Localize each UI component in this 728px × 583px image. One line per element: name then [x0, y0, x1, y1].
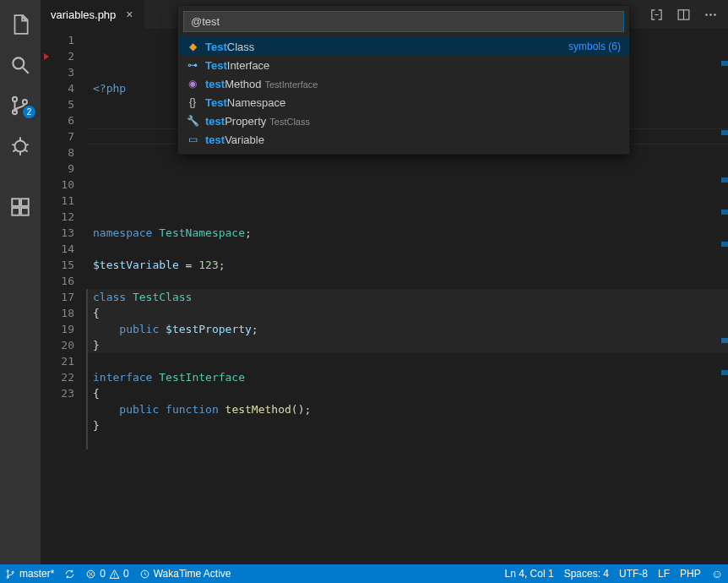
line-number: 1: [41, 32, 86, 48]
code-line[interactable]: {: [86, 385, 728, 401]
line-number: 19: [41, 321, 86, 337]
svg-point-5: [15, 141, 26, 152]
svg-point-21: [7, 569, 8, 571]
line-number: 20: [41, 337, 86, 353]
code-line[interactable]: {: [86, 305, 728, 321]
line-number: 6: [41, 112, 86, 128]
status-language[interactable]: PHP: [675, 564, 706, 583]
code-line[interactable]: [86, 241, 728, 257]
symbol-picker-input[interactable]: [183, 11, 624, 32]
property-icon: 🔧: [187, 115, 198, 127]
split-editor-button[interactable]: [676, 7, 691, 22]
bug-icon: [9, 135, 31, 157]
open-changes-button[interactable]: [649, 7, 664, 22]
symbol-picker-item[interactable]: {}TestNamespace: [178, 93, 629, 112]
status-sync[interactable]: [59, 564, 80, 583]
symbol-label: TestClass: [205, 41, 562, 53]
encoding-label: UTF-8: [619, 568, 648, 580]
code-line[interactable]: }: [86, 417, 728, 433]
warnings-count: 0: [123, 568, 129, 580]
line-number: 5: [41, 96, 86, 112]
line-number: 23: [41, 385, 86, 401]
svg-point-0: [13, 57, 24, 68]
scm-badge: 2: [23, 106, 35, 118]
line-number: 15: [41, 257, 86, 273]
tab-close-button[interactable]: ×: [122, 8, 136, 21]
code-line[interactable]: namespace TestNamespace;: [86, 225, 728, 241]
code-line[interactable]: [86, 177, 728, 193]
status-bar: master* 0 0 WakaTime Active Ln 4, Col 1 …: [0, 564, 728, 583]
status-eol[interactable]: LF: [653, 564, 675, 583]
svg-point-4: [23, 100, 27, 104]
line-number: 16: [41, 273, 86, 289]
split-icon: [676, 8, 691, 22]
line-number: 22: [41, 369, 86, 385]
symbol-picker-list: ◆TestClasssymbols (6)⊶TestInterface◉test…: [178, 37, 629, 154]
symbol-count: symbols (6): [568, 41, 621, 52]
activity-explorer[interactable]: [0, 7, 41, 42]
line-numbers: 1234567891011121314151617181920212223: [41, 29, 86, 564]
tab-variables-php[interactable]: variables.php ×: [41, 0, 145, 29]
sync-icon: [64, 569, 75, 580]
svg-rect-15: [21, 199, 29, 206]
status-wakatime[interactable]: WakaTime Active: [134, 564, 236, 583]
symbol-picker-item[interactable]: ◉testMethodTestInterface: [178, 74, 629, 93]
variable-icon: ▭: [187, 133, 198, 145]
status-encoding[interactable]: UTF-8: [614, 564, 653, 583]
line-number: 12: [41, 209, 86, 225]
code-line[interactable]: [86, 353, 728, 369]
code-line[interactable]: public $testProperty;: [86, 321, 728, 337]
diff-icon: [649, 8, 664, 22]
code-line[interactable]: [86, 161, 728, 177]
activity-scm[interactable]: 2: [0, 88, 41, 123]
ellipsis-icon: [704, 8, 718, 22]
tab-label: variables.php: [51, 8, 116, 21]
activity-extensions[interactable]: [0, 189, 41, 225]
status-feedback[interactable]: ☺: [706, 564, 728, 583]
line-number: 21: [41, 353, 86, 369]
branch-label: master*: [19, 568, 54, 580]
line-number: 7: [41, 128, 86, 144]
status-indent[interactable]: Spaces: 4: [559, 564, 614, 583]
svg-point-19: [709, 14, 712, 16]
symbol-picker-item[interactable]: ◆TestClasssymbols (6): [178, 37, 629, 56]
code-line[interactable]: class TestClass: [86, 289, 728, 305]
activity-debug[interactable]: [0, 128, 41, 164]
ruler-mark[interactable]: [721, 61, 728, 66]
line-number: 10: [41, 177, 86, 193]
svg-line-9: [26, 144, 29, 145]
symbol-picker-item[interactable]: ⊶TestInterface: [178, 56, 629, 74]
status-problems[interactable]: 0 0: [80, 564, 133, 583]
code-line[interactable]: interface TestInterface: [86, 369, 728, 385]
code-line[interactable]: public function testMethod();: [86, 401, 728, 417]
wakatime-label: WakaTime Active: [154, 568, 231, 580]
code-line[interactable]: [86, 433, 728, 450]
more-actions-button[interactable]: [703, 7, 718, 22]
svg-line-8: [12, 144, 14, 145]
line-number: 18: [41, 305, 86, 321]
svg-point-23: [12, 571, 14, 573]
code-line[interactable]: $testVariable = 123;: [86, 257, 728, 273]
svg-line-1: [23, 68, 29, 74]
smile-icon: ☺: [711, 567, 723, 580]
activity-bar: 2: [0, 0, 41, 564]
line-number: 14: [41, 241, 86, 257]
code-line[interactable]: [86, 193, 728, 209]
line-number: 13: [41, 225, 86, 241]
line-number: 17: [41, 289, 86, 305]
code-line[interactable]: }: [86, 337, 728, 353]
eol-label: LF: [658, 568, 670, 580]
git-branch-icon: [5, 569, 16, 580]
status-branch[interactable]: master*: [0, 564, 59, 583]
status-cursor[interactable]: Ln 4, Col 1: [500, 564, 559, 583]
indent-label: Spaces: 4: [564, 568, 609, 580]
svg-rect-14: [21, 208, 29, 215]
line-number: 11: [41, 193, 86, 209]
activity-search[interactable]: [0, 47, 41, 83]
code-line[interactable]: [86, 209, 728, 225]
svg-line-10: [13, 150, 15, 151]
svg-rect-12: [12, 199, 19, 206]
symbol-picker-item[interactable]: ▭testVariable: [178, 130, 629, 149]
symbol-picker-item[interactable]: 🔧testPropertyTestClass: [178, 112, 629, 130]
code-line[interactable]: [86, 273, 728, 289]
